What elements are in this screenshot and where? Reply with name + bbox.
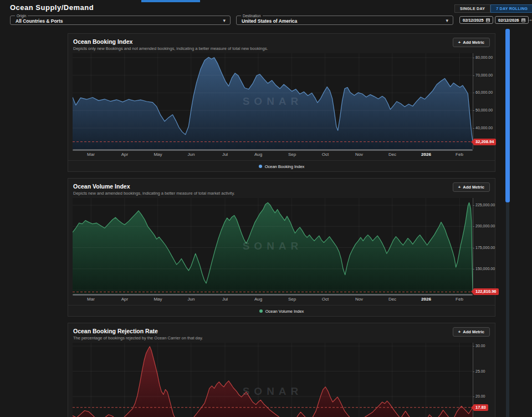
last-value-badge: 32,208.94 <box>473 139 496 145</box>
x-axis-label: Dec <box>388 152 396 157</box>
charts-column: Ocean Booking Index Depicts only new Boo… <box>68 33 495 417</box>
x-axis-label: Aug <box>254 297 262 302</box>
last-value-badge: 122,810.96 <box>473 288 499 295</box>
start-date-input[interactable]: 02/12/2025 <box>459 16 493 24</box>
y-axis-label: 150,000.00 <box>475 267 495 271</box>
legend-label: Ocean Volume Index <box>265 309 304 314</box>
y-axis-tick <box>473 205 474 206</box>
y-axis-tick <box>473 93 474 93</box>
x-axis-label: Oct <box>322 152 329 157</box>
x-axis-label: Jul <box>222 297 228 302</box>
page-scrollbar-thumb[interactable] <box>505 29 510 202</box>
destination-select[interactable]: Destination United States of America ▾ <box>236 16 453 25</box>
x-axis-label: Feb <box>456 152 463 157</box>
last-value-badge: 17.83 <box>473 404 488 411</box>
y-axis-label: 175,000.00 <box>475 246 495 250</box>
x-axis-label: Mar <box>87 297 95 302</box>
chart-panel-ocean-booking-index: Ocean Booking Index Depicts only new Boo… <box>68 33 495 172</box>
y-axis-label: 25.00 <box>475 369 485 374</box>
y-axis-tick <box>473 128 474 129</box>
end-date-value: 02/12/2026 <box>498 18 519 23</box>
x-axis-label: Apr <box>121 152 128 157</box>
origin-select[interactable]: Origin All Countries & Ports ▾ <box>10 16 231 25</box>
add-metric-button[interactable]: + Add Metric <box>453 327 490 337</box>
x-axis-label: Jun <box>188 297 195 302</box>
calendar-icon <box>521 18 525 22</box>
legend-dot <box>259 165 262 168</box>
legend-item[interactable]: Ocean Volume Index <box>68 306 495 317</box>
chart-area: SONAR 17.83 MarAprMayJunJulAugSepOctNovD… <box>73 343 496 417</box>
y-axis-label: 50,000.00 <box>475 108 493 113</box>
add-metric-label: Add Metric <box>463 40 484 45</box>
y-axis-tick <box>473 226 474 227</box>
volume-index-area-chart[interactable] <box>73 198 473 294</box>
range-7-day-rolling-button[interactable]: 7 DAY ROLLING <box>490 4 532 13</box>
y-axis-tick <box>473 372 474 372</box>
add-metric-label: Add Metric <box>463 329 484 334</box>
chart-title: Ocean Volume Index <box>73 183 130 190</box>
y-axis-label: 30.00 <box>475 344 485 348</box>
y-axis-label: 225,000.00 <box>475 203 495 207</box>
destination-label: Destination <box>241 14 263 18</box>
x-axis-label: Mar <box>87 152 95 157</box>
origin-value: All Countries & Ports <box>16 18 63 24</box>
y-axis-tick <box>473 396 474 397</box>
x-axis-label: Jun <box>188 152 195 157</box>
calendar-icon <box>486 18 490 22</box>
destination-value: United States of America <box>242 18 297 24</box>
range-toggle-group: SINGLE DAY 7 DAY ROLLING 14 DAY <box>454 4 532 13</box>
chart-subtitle: The percentage of bookings rejected by t… <box>73 335 203 340</box>
x-axis-label: Sep <box>288 297 296 302</box>
y-axis-tick <box>473 248 474 248</box>
add-metric-button[interactable]: + Add Metric <box>453 182 490 192</box>
y-axis-line <box>473 53 473 149</box>
start-date-value: 02/12/2025 <box>463 18 484 23</box>
rejection-rate-area-chart[interactable] <box>73 343 473 417</box>
plus-icon: + <box>458 40 461 45</box>
x-axis-label: Apr <box>121 297 128 302</box>
chart-area: SONAR 32,208.94 MarAprMayJunJulAugSepOct… <box>73 53 496 177</box>
y-axis-label: 200,000.00 <box>475 224 495 228</box>
chevron-down-icon: ▾ <box>446 18 448 23</box>
chart-horizontal-scrollbar[interactable] <box>73 294 473 296</box>
chart-subtitle: Depicts only new Bookings and not amende… <box>73 46 268 51</box>
plus-icon: + <box>458 329 461 334</box>
y-axis-label: 40,000.00 <box>475 126 493 130</box>
apply-dates-arrow-icon[interactable]: → <box>527 16 532 22</box>
chevron-down-icon: ▾ <box>223 18 226 23</box>
x-axis-label: Nov <box>355 152 363 157</box>
legend-item[interactable]: Ocean Booking Index <box>68 161 495 172</box>
x-axis: MarAprMayJunJulAugSepOctNovDec2026Feb <box>73 297 473 303</box>
x-axis-label: Sep <box>288 152 296 157</box>
x-axis-label: 2026 <box>421 297 431 302</box>
chart-subtitle: Depicts new and amended bookings, indica… <box>73 191 235 196</box>
add-metric-label: Add Metric <box>463 185 484 190</box>
chart-title: Ocean Booking Index <box>73 38 132 45</box>
origin-label: Origin <box>15 14 28 18</box>
x-axis-label: Nov <box>355 297 363 302</box>
legend-dot <box>259 309 263 313</box>
booking-index-area-chart[interactable] <box>73 53 473 149</box>
page-title: Ocean Supply/Demand <box>10 3 94 12</box>
y-axis-tick <box>473 110 474 111</box>
end-date-input[interactable]: 02/12/2026 <box>495 16 529 24</box>
chart-panel-ocean-booking-rejection-rate: Ocean Booking Rejection Rate The percent… <box>68 323 495 417</box>
x-axis-label: Feb <box>456 297 463 302</box>
y-axis-label: 80,000.00 <box>475 55 493 60</box>
y-axis-label: 20.00 <box>475 394 485 399</box>
x-axis: MarAprMayJunJulAugSepOctNovDec2026Feb <box>73 152 473 158</box>
chart-title: Ocean Booking Rejection Rate <box>73 328 158 334</box>
legend-label: Ocean Booking Index <box>265 164 305 169</box>
x-axis-label: 2026 <box>421 152 431 157</box>
add-metric-button[interactable]: + Add Metric <box>453 38 490 47</box>
chart-area: SONAR 122,810.96 MarAprMayJunJulAugSepOc… <box>73 198 496 322</box>
range-single-day-button[interactable]: SINGLE DAY <box>454 4 490 13</box>
y-axis-tick <box>473 58 474 58</box>
x-axis-label: Aug <box>254 152 262 157</box>
chart-horizontal-scrollbar[interactable] <box>73 149 473 151</box>
active-tab-indicator <box>141 0 200 2</box>
x-axis-label: May <box>154 152 162 157</box>
y-axis-label: 60,000.00 <box>475 90 493 95</box>
x-axis-label: Oct <box>322 297 329 302</box>
y-axis-label: 70,000.00 <box>475 73 493 78</box>
